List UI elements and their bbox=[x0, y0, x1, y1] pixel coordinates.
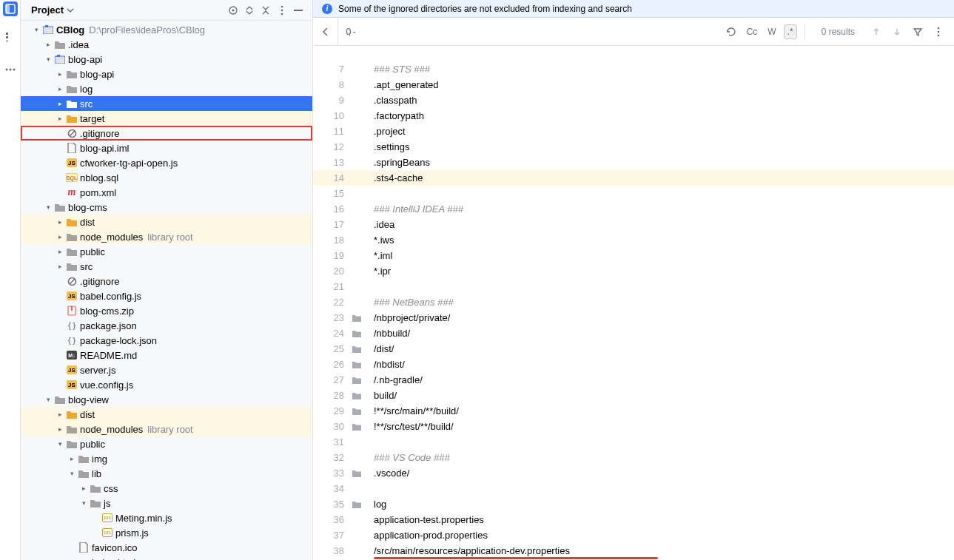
tree-item[interactable]: ▾public bbox=[21, 436, 312, 451]
editor-line[interactable]: 38/src/main/resources/application-dev.pr… bbox=[313, 543, 954, 559]
project-tree[interactable]: ▾CBlogD:\proFiles\ideaPros\CBlog▸.idea▾b… bbox=[21, 21, 312, 560]
chevron-down-icon[interactable] bbox=[67, 7, 74, 14]
editor-line[interactable]: 21 bbox=[313, 279, 954, 294]
tree-item[interactable]: JSbabel.config.js bbox=[21, 289, 312, 303]
tree-item[interactable]: ▾CBlogD:\proFiles\ideaPros\CBlog bbox=[21, 22, 312, 37]
tree-item[interactable]: favicon.ico bbox=[21, 540, 312, 555]
tree-item[interactable]: ▸node_moduleslibrary root bbox=[21, 422, 312, 436]
tree-item[interactable]: 101Meting.min.js bbox=[21, 510, 312, 525]
expand-all-icon[interactable] bbox=[241, 2, 258, 18]
tree-item[interactable]: .gitignore bbox=[21, 126, 312, 141]
tree-item[interactable]: JScfworker-tg-api-open.js bbox=[21, 155, 312, 170]
editor-line[interactable]: 18*.iws bbox=[313, 232, 954, 248]
tree-item[interactable]: .gitignore bbox=[21, 274, 312, 289]
editor[interactable]: 7### STS ###8.apt_generated9.classpath10… bbox=[313, 46, 954, 560]
tree-item[interactable]: {}package-lock.json bbox=[21, 333, 312, 348]
tree-item[interactable]: ▸src bbox=[21, 259, 312, 274]
editor-line[interactable]: 14.sts4-cache bbox=[313, 170, 954, 186]
editor-line[interactable]: 29!**/src/main/**/build/ bbox=[313, 403, 954, 419]
tree-arrow-icon[interactable]: ▾ bbox=[43, 396, 53, 403]
tree-item[interactable]: <>index.html bbox=[21, 555, 312, 560]
editor-line[interactable]: 26/nbdist/ bbox=[313, 357, 954, 372]
editor-line[interactable]: 23/nbproject/private/ bbox=[313, 310, 954, 325]
tree-item[interactable]: ▸blog-api bbox=[21, 67, 312, 81]
tree-arrow-icon[interactable]: ▾ bbox=[55, 440, 65, 448]
case-toggle[interactable]: Cc bbox=[744, 25, 761, 38]
next-match-icon[interactable] bbox=[889, 24, 905, 40]
word-toggle[interactable]: W bbox=[765, 25, 779, 38]
tree-arrow-icon[interactable]: ▸ bbox=[78, 485, 89, 492]
filter-icon[interactable] bbox=[910, 24, 926, 40]
editor-line[interactable]: 37application-prod.properties bbox=[313, 527, 954, 543]
editor-line[interactable]: 11.project bbox=[313, 124, 954, 139]
tree-item[interactable]: ▸target bbox=[21, 111, 312, 126]
editor-line[interactable]: 9.classpath bbox=[313, 92, 954, 108]
editor-line[interactable]: 30!**/src/test/**/build/ bbox=[313, 419, 954, 434]
tree-item[interactable]: JSserver.js bbox=[21, 362, 312, 377]
tree-arrow-icon[interactable]: ▾ bbox=[31, 26, 41, 33]
editor-line[interactable]: 12.settings bbox=[313, 139, 954, 155]
prev-match-icon[interactable] bbox=[868, 24, 884, 40]
editor-line[interactable]: 22### NetBeans ### bbox=[313, 294, 954, 310]
tree-item[interactable]: ▸src bbox=[21, 96, 312, 111]
editor-line[interactable]: 32### VS Code ### bbox=[313, 450, 954, 465]
regex-toggle[interactable]: .* bbox=[784, 24, 797, 39]
editor-line[interactable]: 20*.ipr bbox=[313, 263, 954, 279]
editor-line[interactable]: 7### STS ### bbox=[313, 61, 954, 77]
tree-item[interactable]: {}package.json bbox=[21, 318, 312, 333]
tree-item[interactable]: ▸log bbox=[21, 81, 312, 96]
tree-item[interactable]: ▸dist bbox=[21, 215, 312, 229]
editor-line[interactable]: 8.apt_generated bbox=[313, 77, 954, 92]
tree-item[interactable]: ▾lib bbox=[21, 466, 312, 481]
tree-item[interactable]: ▾js bbox=[21, 496, 312, 510]
tree-item[interactable]: 101prism.js bbox=[21, 525, 312, 540]
structure-tool-icon[interactable] bbox=[3, 30, 18, 44]
tree-arrow-icon[interactable]: ▸ bbox=[55, 85, 65, 92]
more-tool-icon[interactable] bbox=[3, 62, 18, 77]
tree-item[interactable]: ▸public bbox=[21, 244, 312, 259]
tree-arrow-icon[interactable]: ▸ bbox=[55, 218, 65, 226]
editor-line[interactable]: 36application-test.properties bbox=[313, 512, 954, 527]
tree-arrow-icon[interactable]: ▾ bbox=[67, 470, 77, 477]
history-icon[interactable] bbox=[723, 24, 739, 40]
editor-line[interactable]: 13.springBeans bbox=[313, 155, 954, 170]
tree-item[interactable]: SQLnblog.sql bbox=[21, 170, 312, 185]
editor-line[interactable]: 19*.iml bbox=[313, 248, 954, 263]
tree-item[interactable]: ▸css bbox=[21, 481, 312, 496]
tree-arrow-icon[interactable]: ▸ bbox=[55, 115, 65, 122]
editor-line[interactable]: 17.idea bbox=[313, 217, 954, 232]
editor-line[interactable] bbox=[313, 46, 954, 61]
tree-item[interactable]: ▾blog-view bbox=[21, 392, 312, 407]
tree-item[interactable]: ▸node_moduleslibrary root bbox=[21, 229, 312, 244]
editor-line[interactable]: 28build/ bbox=[313, 388, 954, 403]
tree-arrow-icon[interactable]: ▸ bbox=[55, 100, 65, 107]
tree-item[interactable]: ▸dist bbox=[21, 407, 312, 422]
editor-line[interactable]: 24/nbbuild/ bbox=[313, 325, 954, 341]
editor-line[interactable]: 25/dist/ bbox=[313, 341, 954, 357]
editor-line[interactable]: 34 bbox=[313, 481, 954, 496]
tree-item[interactable]: ▾blog-cms bbox=[21, 200, 312, 215]
search-input[interactable]: Q- bbox=[338, 18, 723, 45]
project-tool-icon[interactable] bbox=[3, 1, 18, 16]
tree-item[interactable]: ▸.idea bbox=[21, 37, 312, 52]
tree-arrow-icon[interactable]: ▾ bbox=[43, 55, 53, 63]
tree-item[interactable]: M↓README.md bbox=[21, 348, 312, 362]
hide-icon[interactable] bbox=[290, 2, 306, 18]
tree-item[interactable]: blog-cms.zip bbox=[21, 303, 312, 318]
editor-line[interactable]: 35log bbox=[313, 496, 954, 512]
tree-item[interactable]: ▸img bbox=[21, 451, 312, 466]
locate-icon[interactable] bbox=[225, 2, 241, 18]
tree-arrow-icon[interactable]: ▾ bbox=[78, 499, 89, 507]
tree-item[interactable]: mpom.xml bbox=[21, 185, 312, 200]
tree-arrow-icon[interactable]: ▸ bbox=[43, 41, 53, 48]
editor-line[interactable]: 16### IntelliJ IDEA ### bbox=[313, 201, 954, 217]
tree-item[interactable]: JSvue.config.js bbox=[21, 377, 312, 392]
editor-line[interactable]: 31 bbox=[313, 434, 954, 450]
search-back-icon[interactable] bbox=[313, 18, 338, 45]
tree-arrow-icon[interactable]: ▸ bbox=[55, 411, 65, 418]
more-icon[interactable] bbox=[274, 2, 290, 18]
editor-line[interactable]: 27/.nb-gradle/ bbox=[313, 372, 954, 388]
editor-line[interactable]: 33.vscode/ bbox=[313, 465, 954, 481]
tree-arrow-icon[interactable]: ▾ bbox=[43, 203, 53, 211]
tree-arrow-icon[interactable]: ▸ bbox=[55, 248, 65, 255]
